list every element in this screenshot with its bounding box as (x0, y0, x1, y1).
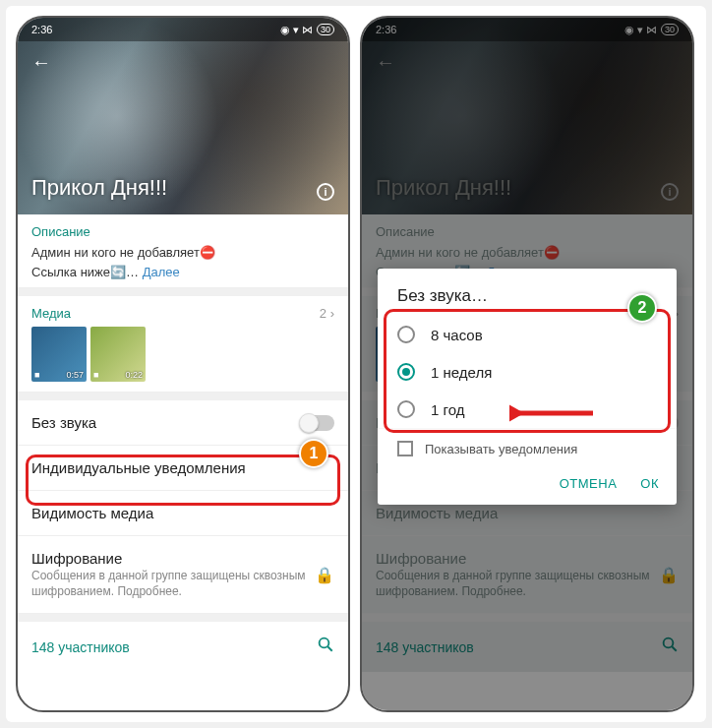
radio-label: 8 часов (431, 327, 483, 343)
media-thumb-2[interactable]: ■0:22 (90, 327, 146, 382)
radio-option-8h[interactable]: 8 часов (378, 316, 677, 353)
checkbox-label: Показывать уведомления (425, 442, 577, 456)
checkbox-icon (397, 441, 413, 456)
ok-button[interactable]: ОК (640, 476, 659, 491)
svg-point-0 (320, 638, 329, 648)
group-header-image[interactable]: ← Прикол Дня!!! i (18, 18, 348, 214)
description-title: Описание (31, 224, 334, 239)
radio-label: 1 год (431, 401, 464, 418)
radio-icon (397, 326, 415, 343)
media-visibility-row[interactable]: Видимость медиа (18, 491, 348, 536)
media-section[interactable]: Медиа 2 › ■0:57 ■0:22 (18, 296, 348, 393)
radio-label: 1 неделя (431, 364, 492, 381)
media-count: 2 › (320, 306, 334, 321)
mute-label: Без звука (31, 414, 96, 431)
group-title: Прикол Дня!!! (31, 175, 167, 201)
media-title: Медиа (31, 306, 71, 321)
mute-toggle[interactable] (301, 415, 334, 431)
participants-label: 148 участников (31, 639, 130, 655)
status-time: 2:36 (31, 24, 52, 35)
radio-icon (397, 363, 415, 381)
participants-row[interactable]: 148 участников (18, 622, 348, 672)
info-icon[interactable]: i (317, 183, 334, 201)
back-arrow-icon[interactable]: ← (31, 51, 51, 74)
media-thumb-1[interactable]: ■0:57 (31, 327, 87, 382)
description-more-link[interactable]: Далее (143, 265, 180, 279)
description-text-1: Админ ни кого не добавляет⛔ (31, 243, 334, 263)
pointer-arrow-icon (509, 401, 598, 425)
encryption-row[interactable]: Шифрование Сообщения в данной группе защ… (18, 536, 348, 614)
phone-left: 2:36 ◉ ▾ ⋈ 30 ← Прикол Дня!!! i Описание… (16, 16, 350, 712)
wifi-icon: ◉ ▾ ⋈ (280, 24, 313, 36)
thumb-duration: 0:22 (125, 370, 143, 380)
mute-row[interactable]: Без звука (18, 400, 348, 446)
description-text-2: Ссылка ниже🔄… (31, 265, 143, 279)
cancel-button[interactable]: ОТМЕНА (560, 476, 618, 491)
description-section[interactable]: Описание Админ ни кого не добавляет⛔ Ссы… (18, 214, 348, 288)
radio-icon (397, 400, 415, 418)
lock-icon: 🔒 (315, 566, 334, 584)
battery-icon: 30 (317, 24, 334, 35)
video-icon: ■ (34, 370, 39, 380)
step-badge-1: 1 (299, 439, 328, 468)
thumb-duration: 0:57 (66, 370, 84, 380)
custom-notif-label: Индивидуальные уведомления (31, 459, 246, 476)
show-notifications-row[interactable]: Показывать уведомления (378, 428, 677, 468)
radio-option-1week[interactable]: 1 неделя (378, 353, 677, 391)
step-badge-2: 2 (627, 293, 657, 323)
search-icon[interactable] (317, 636, 334, 658)
encryption-label: Шифрование (31, 550, 315, 567)
media-vis-label: Видимость медиа (31, 505, 153, 521)
status-bar: 2:36 ◉ ▾ ⋈ 30 (18, 18, 348, 41)
svg-line-1 (327, 646, 332, 651)
video-icon: ■ (93, 370, 98, 380)
phone-right: 2:36 ◉ ▾ ⋈ 30 ← Прикол Дня!!! i Описание… (360, 16, 694, 712)
encryption-sub: Сообщения в данной группе защищены сквоз… (31, 569, 315, 599)
